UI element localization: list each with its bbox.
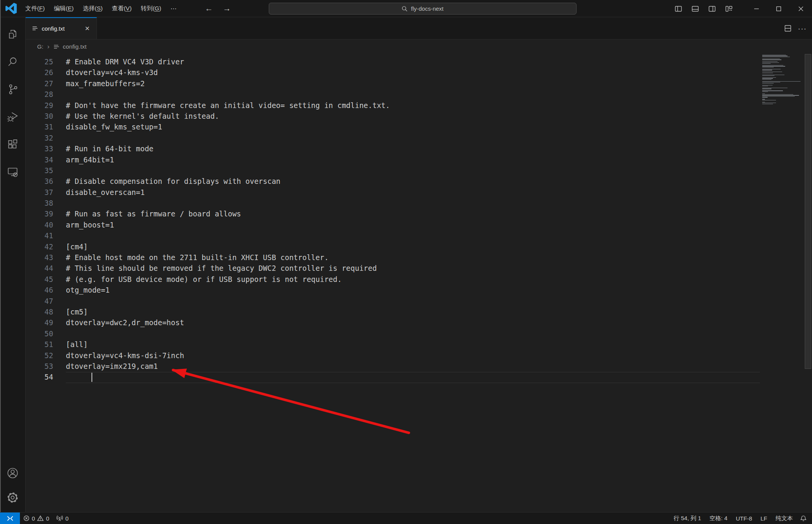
vertical-scrollbar[interactable]: [804, 54, 812, 512]
language-mode-button[interactable]: 纯文本: [771, 513, 797, 524]
line-number[interactable]: 28: [26, 89, 66, 100]
line-number[interactable]: 49: [26, 317, 66, 328]
code-line-51[interactable]: 51[all]: [26, 339, 812, 350]
toggle-secondary-sidebar-icon[interactable]: [706, 3, 719, 15]
run-debug-icon[interactable]: [0, 103, 26, 131]
line-number[interactable]: 54: [26, 372, 66, 382]
tab-config-txt[interactable]: config.txt ✕: [26, 17, 97, 39]
window-maximize-button[interactable]: [768, 0, 790, 17]
line-number[interactable]: 29: [26, 100, 66, 111]
remote-indicator-button[interactable]: [0, 513, 20, 524]
scrollbar-slider[interactable]: [805, 54, 811, 369]
code-line-25[interactable]: 25# Enable DRM VC4 V3D driver: [26, 56, 812, 67]
breadcrumb-file[interactable]: config.txt: [63, 43, 87, 50]
toggle-primary-sidebar-icon[interactable]: [672, 3, 685, 15]
line-number[interactable]: 48: [26, 306, 66, 317]
code-line-38[interactable]: 38: [26, 198, 812, 208]
line-number[interactable]: 47: [26, 296, 66, 306]
code-line-52[interactable]: 52dtoverlay=vc4-kms-dsi-7inch: [26, 350, 812, 361]
code-line-32[interactable]: 32: [26, 133, 812, 143]
line-number[interactable]: 52: [26, 350, 66, 361]
navigate-forward-icon[interactable]: →: [223, 4, 231, 13]
code-line-45[interactable]: 45# (e.g. for USB device mode) or if USB…: [26, 274, 812, 285]
window-minimize-button[interactable]: [745, 0, 768, 17]
customize-layout-icon[interactable]: [722, 3, 735, 15]
search-view-icon[interactable]: [0, 48, 26, 75]
eol-button[interactable]: LF: [756, 513, 771, 524]
code-line-46[interactable]: 46otg_mode=1: [26, 285, 812, 295]
code-line-39[interactable]: 39# Run as fast as firmware / board allo…: [26, 208, 812, 219]
tab-close-icon[interactable]: ✕: [83, 24, 92, 33]
line-number[interactable]: 36: [26, 176, 66, 187]
accounts-icon[interactable]: [0, 461, 26, 485]
menu-file[interactable]: 文件(F): [21, 3, 49, 14]
cursor-position-button[interactable]: 行 54, 列 1: [670, 513, 706, 524]
code-line-28[interactable]: 28: [26, 89, 812, 100]
code-line-49[interactable]: 49dtoverlay=dwc2,dr_mode=host: [26, 317, 812, 328]
code-line-35[interactable]: 35: [26, 165, 812, 176]
ports-button[interactable]: 0: [53, 513, 72, 524]
line-number[interactable]: 42: [26, 241, 66, 252]
line-number[interactable]: 31: [26, 121, 66, 132]
code-line-36[interactable]: 36# Disable compensation for displays wi…: [26, 176, 812, 187]
code-line-48[interactable]: 48[cm5]: [26, 306, 812, 317]
code-line-26[interactable]: 26dtoverlay=vc4-kms-v3d: [26, 67, 812, 78]
line-number[interactable]: 34: [26, 154, 66, 165]
menu-goto[interactable]: 转到(G): [136, 3, 166, 14]
remote-explorer-icon[interactable]: [0, 158, 26, 186]
code-line-37[interactable]: 37disable_overscan=1: [26, 187, 812, 198]
indentation-button[interactable]: 空格: 4: [705, 513, 732, 524]
minimap[interactable]: [760, 54, 804, 512]
line-number[interactable]: 38: [26, 198, 66, 208]
code-line-43[interactable]: 43# Enable host mode on the 2711 built-i…: [26, 252, 812, 263]
problems-button[interactable]: 0 0: [20, 513, 53, 524]
line-number[interactable]: 32: [26, 133, 66, 143]
code-line-29[interactable]: 29# Don't have the firmware create an in…: [26, 100, 812, 111]
line-number[interactable]: 50: [26, 328, 66, 339]
line-number[interactable]: 35: [26, 165, 66, 176]
code-editor[interactable]: 25# Enable DRM VC4 V3D driver26dtoverlay…: [26, 54, 812, 512]
line-number[interactable]: 39: [26, 208, 66, 219]
line-number[interactable]: 26: [26, 67, 66, 78]
source-control-icon[interactable]: [0, 75, 26, 103]
toggle-panel-icon[interactable]: [689, 3, 702, 15]
command-center-search[interactable]: fly-docs-next: [269, 3, 577, 15]
notifications-bell-icon[interactable]: [797, 513, 812, 524]
navigate-back-icon[interactable]: ←: [205, 4, 213, 13]
code-line-30[interactable]: 30# Use the kernel's default instead.: [26, 111, 812, 121]
code-line-44[interactable]: 44# This line should be removed if the l…: [26, 263, 812, 273]
explorer-icon[interactable]: [0, 20, 26, 48]
breadcrumb-drive[interactable]: G:: [37, 43, 43, 50]
menu-edit[interactable]: 编辑(E): [49, 3, 78, 14]
encoding-button[interactable]: UTF-8: [732, 513, 756, 524]
settings-gear-icon[interactable]: [0, 485, 26, 510]
line-number[interactable]: 27: [26, 78, 66, 89]
split-editor-icon[interactable]: [784, 25, 792, 32]
line-number[interactable]: 51: [26, 339, 66, 350]
code-line-50[interactable]: 50: [26, 328, 812, 339]
line-number[interactable]: 45: [26, 274, 66, 285]
line-number[interactable]: 40: [26, 219, 66, 230]
line-number[interactable]: 44: [26, 263, 66, 273]
code-line-33[interactable]: 33# Run in 64-bit mode: [26, 143, 812, 154]
line-number[interactable]: 53: [26, 361, 66, 372]
line-number[interactable]: 25: [26, 56, 66, 67]
line-number[interactable]: 33: [26, 143, 66, 154]
editor-more-actions-icon[interactable]: ···: [798, 24, 807, 33]
line-number[interactable]: 30: [26, 111, 66, 121]
code-line-53[interactable]: 53dtoverlay=imx219,cam1: [26, 361, 812, 372]
code-line-27[interactable]: 27max_framebuffers=2: [26, 78, 812, 89]
menu-selection[interactable]: 选择(S): [78, 3, 108, 14]
code-line-47[interactable]: 47: [26, 296, 812, 306]
menu-overflow-button[interactable]: ⋯: [166, 5, 182, 12]
line-number[interactable]: 43: [26, 252, 66, 263]
code-line-42[interactable]: 42[cm4]: [26, 241, 812, 252]
extensions-icon[interactable]: [0, 131, 26, 158]
code-line-31[interactable]: 31disable_fw_kms_setup=1: [26, 121, 812, 132]
code-line-41[interactable]: 41: [26, 230, 812, 241]
line-number[interactable]: 46: [26, 285, 66, 295]
line-number[interactable]: 37: [26, 187, 66, 198]
code-line-34[interactable]: 34arm_64bit=1: [26, 154, 812, 165]
line-number[interactable]: 41: [26, 230, 66, 241]
window-close-button[interactable]: [790, 0, 812, 17]
